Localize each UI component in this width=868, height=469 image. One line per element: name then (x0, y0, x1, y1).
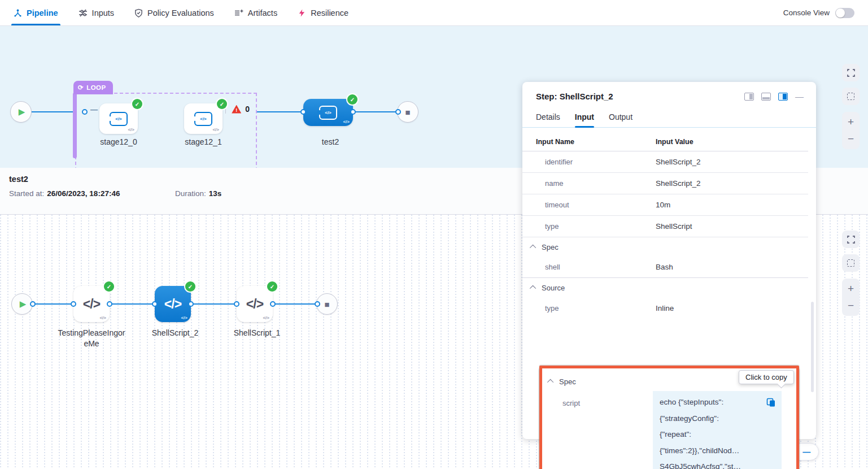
layout-right-active-icon[interactable] (778, 93, 788, 101)
minimize-panel-icon[interactable]: — (795, 92, 804, 101)
input-value[interactable]: ShellScript_2 (656, 158, 701, 166)
tab-pipeline[interactable]: Pipeline (14, 0, 58, 25)
marquee-icon (847, 93, 854, 100)
step-node-testingpleaseingoreme[interactable]: </> ✓ </> (73, 286, 110, 322)
connection-dot (315, 301, 320, 307)
column-input-value: Input Value (656, 138, 693, 146)
step-node-shellscript-2-selected[interactable]: </> ✓ </> (155, 286, 191, 322)
table-row: timeout 10m (522, 194, 808, 216)
shell-script-icon: </> (164, 297, 181, 312)
collapse-stage-icon[interactable]: — (90, 105, 98, 114)
tab-resilience[interactable]: Resilience (298, 0, 348, 25)
collapse-panel-icon[interactable]: — (802, 448, 810, 457)
zoom-in-button[interactable]: + (848, 116, 854, 128)
script-line: {"strategyConfig": (660, 411, 775, 427)
input-table-header: Input Name Input Value (522, 132, 808, 151)
shell-script-icon: </> (83, 297, 100, 312)
success-badge-icon: ✓ (104, 281, 114, 292)
input-value[interactable]: ShellScript (656, 222, 692, 231)
layout-bottom-icon[interactable] (761, 93, 771, 101)
connection-dot (152, 301, 158, 307)
loop-badge: ⟳ LOOP (73, 81, 113, 94)
tab-artifacts[interactable]: Artifacts (234, 0, 277, 25)
section-source[interactable]: Source (522, 278, 816, 297)
connection-dot (270, 301, 276, 307)
code-mini-icon: </> (128, 127, 134, 132)
connection-dot (395, 109, 401, 115)
script-value-block[interactable]: echo {"stepInputs": {"strategyConfig": {… (653, 391, 782, 469)
edge (32, 303, 73, 305)
stage-node-label: stage12_0 (85, 137, 152, 147)
input-name: shell (522, 263, 656, 271)
stage-node-stage12-0[interactable]: </> ✓ </> (99, 103, 138, 134)
layout-right-icon[interactable] (744, 93, 754, 101)
code-mini-icon: </> (99, 315, 106, 320)
connection-dot (107, 301, 112, 307)
zoom-in-button[interactable]: + (848, 283, 854, 295)
chevron-up-icon (530, 285, 536, 292)
fullscreen-button[interactable] (842, 231, 860, 248)
shell-script-icon: </> (246, 297, 263, 312)
step-node-shellscript-1[interactable]: </> ✓ </> (237, 286, 273, 322)
table-row: type Inline (522, 297, 808, 319)
started-label: Started at: (9, 189, 44, 198)
code-mini-icon: </> (212, 127, 219, 132)
play-icon: ▶ (19, 107, 25, 117)
pipeline-icon (14, 8, 22, 18)
script-row: script echo {"stepInputs": {"strategyCon… (542, 391, 796, 469)
input-value[interactable]: Inline (656, 304, 674, 312)
zoom-out-button[interactable]: − (848, 133, 854, 145)
execution-tabs: Pipeline Inputs Policy Evaluations Artif… (14, 0, 348, 25)
edge (110, 303, 155, 305)
stage-node-stage12-1[interactable]: </> ✓ </> (184, 103, 223, 134)
copy-icon[interactable] (766, 397, 776, 414)
duration-value: 13s (209, 189, 222, 198)
connection-dot (71, 301, 76, 307)
connection-dot (234, 301, 239, 307)
tab-output[interactable]: Output (609, 112, 633, 127)
edge (273, 303, 316, 305)
stage-node-label: stage12_1 (169, 137, 237, 147)
input-name: script (542, 391, 653, 469)
table-row: name ShellScript_2 (522, 173, 808, 194)
stage-node-label: test2 (296, 137, 364, 147)
stop-icon: ■ (324, 299, 329, 309)
play-icon: ▶ (20, 299, 27, 309)
input-value[interactable]: 10m (656, 201, 670, 209)
panel-header: Step: ShellScript_2 — (522, 82, 816, 105)
selection-mode-button[interactable] (842, 254, 860, 272)
section-spec[interactable]: Spec (522, 237, 816, 257)
fullscreen-icon (847, 236, 855, 244)
stage-node-test2-selected[interactable]: </> ✓ </> (303, 99, 353, 126)
zoom-out-button[interactable]: − (848, 299, 854, 312)
script-line: {"times":2}},"childNod… (660, 443, 775, 459)
input-value[interactable]: Bash (656, 263, 673, 271)
stage-start-node[interactable]: ▶ (10, 101, 32, 123)
step-node-label: TestingPleaseIngoreMe (58, 328, 125, 349)
fullscreen-icon (847, 69, 855, 77)
tab-input[interactable]: Input (575, 112, 594, 127)
input-value[interactable]: ShellScript_2 (656, 179, 701, 188)
code-mini-icon: </> (181, 315, 187, 320)
console-view-toggle[interactable] (835, 8, 854, 18)
panel-tabs: Details Input Output (522, 105, 816, 128)
selection-mode-button[interactable] (842, 88, 860, 105)
column-input-name: Input Name (522, 138, 656, 146)
panel-scrollbar[interactable] (811, 302, 814, 392)
tab-inputs[interactable]: Inputs (78, 0, 115, 25)
tab-resilience-label: Resilience (311, 8, 348, 18)
panel-title: Step: ShellScript_2 (536, 92, 613, 101)
tab-artifacts-label: Artifacts (248, 8, 277, 18)
inputs-icon (78, 8, 88, 18)
tab-details[interactable]: Details (536, 112, 560, 127)
success-badge-icon: ✓ (132, 99, 142, 109)
section-title: Spec (542, 243, 559, 251)
input-name: identifier (522, 158, 656, 166)
fullscreen-button[interactable] (842, 64, 860, 81)
section-title: Spec (559, 377, 576, 386)
top-navigation-bar: Pipeline Inputs Policy Evaluations Artif… (0, 0, 868, 26)
custom-stage-icon: </> (319, 106, 337, 120)
connection-dot (300, 109, 306, 115)
tab-policy-evaluations[interactable]: Policy Evaluations (134, 0, 214, 25)
success-badge-icon: ✓ (217, 99, 227, 109)
